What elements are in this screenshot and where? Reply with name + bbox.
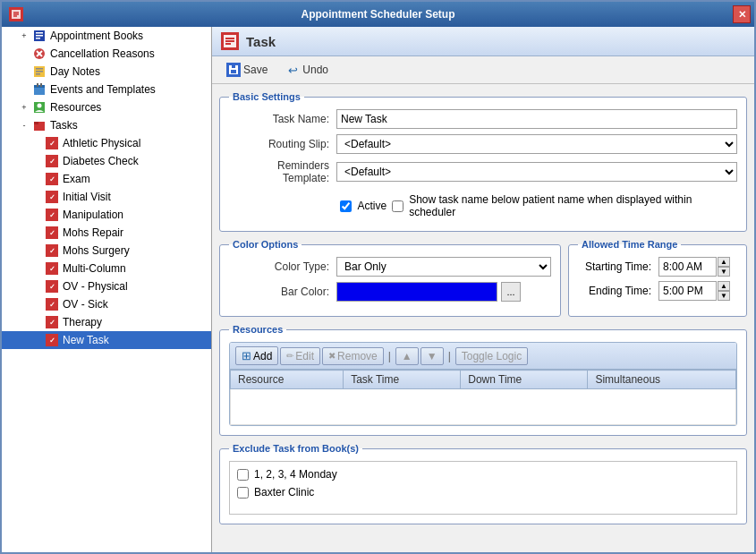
reminders-template-select[interactable]: <Default> [336, 162, 737, 182]
svg-rect-16 [34, 85, 45, 88]
active-label[interactable]: Active [357, 200, 386, 212]
sidebar-label: Events and Templates [50, 83, 156, 96]
ending-time-input[interactable] [658, 281, 717, 301]
show-task-checkbox[interactable] [392, 200, 403, 212]
down-arrow-icon: ▼ [427, 350, 437, 362]
right-panel: Task Save ↩ Undo Basic Settings [212, 27, 754, 552]
routing-slip-row: Routing Slip: <Default> [229, 134, 737, 154]
add-icon: ⊞ [242, 349, 251, 362]
bar-color-picker-button[interactable]: ... [501, 282, 521, 302]
resources-edit-button[interactable]: ✏ Edit [280, 347, 320, 365]
color-options-legend: Color Options [229, 239, 302, 250]
svg-rect-22 [34, 122, 38, 124]
bar-color-row: Bar Color: ... [229, 282, 551, 302]
sidebar-item-ov-physical[interactable]: ✓ OV - Physical [2, 277, 211, 295]
sidebar-item-diabetes-check[interactable]: ✓ Diabetes Check [2, 152, 211, 170]
resources-toolbar: ⊞ Add ✏ Edit ✖ Remove | [230, 343, 736, 370]
exclude-books-list: 1, 2, 3, 4 Monday Baxter Clinic [229, 461, 737, 515]
main-window: Appointment Scheduler Setup ✕ + Appointm… [0, 0, 756, 554]
starting-time-spinner[interactable]: ▲ ▼ [718, 257, 730, 277]
svg-rect-18 [40, 83, 42, 87]
starting-time-up[interactable]: ▲ [718, 257, 730, 267]
sidebar-item-cancellation-reasons[interactable]: Cancellation Reasons [2, 45, 211, 63]
window-title: Appointment Scheduler Setup [301, 8, 454, 21]
book-label-1[interactable]: 1, 2, 3, 4 Monday [254, 468, 337, 481]
starting-time-down[interactable]: ▼ [718, 267, 730, 277]
routing-slip-label: Routing Slip: [229, 138, 336, 150]
collapse-icon: - [18, 119, 30, 132]
active-checkbox[interactable] [340, 200, 352, 212]
resources-down-button[interactable]: ▼ [420, 347, 444, 365]
close-button[interactable]: ✕ [733, 5, 751, 23]
sidebar-item-mohs-surgery[interactable]: ✓ Mohs Surgery [2, 242, 211, 260]
starting-time-input[interactable] [658, 257, 717, 277]
task-item-icon: ✓ [45, 279, 59, 294]
sidebar-label: Therapy [63, 316, 102, 328]
sidebar-label: Day Notes [50, 65, 100, 78]
sidebar-item-appointment-books[interactable]: + Appointment Books [2, 27, 211, 45]
task-item-icon: ✓ [45, 190, 59, 204]
sidebar-item-initial-visit[interactable]: ✓ Initial Visit [2, 188, 211, 206]
spacer-icon [18, 83, 30, 96]
sidebar-item-athletic-physical[interactable]: ✓ Athletic Physical [2, 134, 211, 152]
resources-remove-button[interactable]: ✖ Remove [322, 347, 384, 365]
panel-icon [221, 32, 239, 50]
task-item-icon: ✓ [45, 297, 59, 311]
note-icon [32, 64, 47, 79]
book-checkbox-2[interactable] [237, 487, 249, 499]
resources-legend: Resources [229, 324, 286, 335]
undo-icon: ↩ [285, 63, 300, 77]
panel-body: Basic Settings Task Name: Routing Slip: … [212, 84, 754, 552]
ending-time-up[interactable]: ▲ [718, 281, 730, 291]
sidebar-item-manipulation[interactable]: ✓ Manipulation [2, 206, 211, 224]
toolbar: Save ↩ Undo [212, 56, 754, 84]
resources-up-button[interactable]: ▲ [395, 347, 419, 365]
sidebar-item-tasks[interactable]: - Tasks [2, 116, 211, 134]
resources-add-button[interactable]: ⊞ Add [235, 346, 278, 365]
up-arrow-icon: ▲ [402, 350, 412, 362]
ending-time-down[interactable]: ▼ [718, 291, 730, 301]
sidebar-item-multi-column[interactable]: ✓ Multi-Column [2, 260, 211, 277]
ending-time-spinner[interactable]: ▲ ▼ [718, 281, 730, 301]
sidebar-item-exam[interactable]: ✓ Exam [2, 170, 211, 188]
exclude-books-group: Exclude Task from Book(s) 1, 2, 3, 4 Mon… [219, 443, 747, 524]
sidebar-item-therapy[interactable]: ✓ Therapy [2, 313, 211, 331]
sidebar-label: Mohs Surgery [63, 244, 130, 257]
ending-time-label: Ending Time: [578, 285, 658, 297]
task-item-icon: ✓ [45, 243, 59, 258]
save-button[interactable]: Save [219, 60, 275, 80]
save-icon [226, 63, 241, 77]
color-type-select[interactable]: Bar Only Full Row None [336, 257, 551, 277]
col-down-time: Down Time [461, 371, 588, 389]
title-bar: Appointment Scheduler Setup ✕ [2, 2, 754, 27]
book-label-2[interactable]: Baxter Clinic [254, 486, 314, 499]
resources-toggle-logic-button[interactable]: Toggle Logic [455, 347, 528, 365]
color-type-row: Color Type: Bar Only Full Row None [229, 257, 551, 277]
resources-table: Resource Task Time Down Time Simultaneou… [230, 370, 736, 425]
basic-settings-legend: Basic Settings [229, 91, 304, 102]
sidebar-item-events-templates[interactable]: Events and Templates [2, 81, 211, 98]
sidebar-item-day-notes[interactable]: Day Notes [2, 63, 211, 81]
color-type-label: Color Type: [229, 260, 336, 273]
starting-time-row: Starting Time: ▲ ▼ [578, 257, 737, 277]
book-checkbox-1[interactable] [237, 469, 249, 481]
bar-color-preview[interactable] [336, 282, 497, 302]
sidebar-label: Mohs Repair [63, 226, 123, 239]
ending-time-row: Ending Time: ▲ ▼ [578, 281, 737, 301]
task-item-icon: ✓ [45, 154, 59, 168]
sidebar-label: Appointment Books [50, 30, 143, 42]
sidebar-item-ov-sick[interactable]: ✓ OV - Sick [2, 295, 211, 313]
svg-rect-29 [232, 65, 235, 68]
resources-group: Resources ⊞ Add ✏ Edit [219, 324, 747, 436]
expand-icon: + [18, 101, 30, 114]
routing-slip-select[interactable]: <Default> [336, 134, 737, 154]
task-name-input[interactable] [336, 109, 737, 129]
undo-button[interactable]: ↩ Undo [278, 60, 336, 80]
show-task-label[interactable]: Show task name below patient name when d… [409, 193, 737, 218]
color-options-group: Color Options Color Type: Bar Only Full … [219, 239, 561, 317]
sidebar-item-new-task[interactable]: ✓ New Task [2, 331, 211, 349]
sidebar-item-resources[interactable]: + Resources [2, 98, 211, 116]
col-resource: Resource [231, 371, 344, 389]
sidebar-item-mohs-repair[interactable]: ✓ Mohs Repair [2, 224, 211, 242]
event-icon [32, 82, 47, 97]
